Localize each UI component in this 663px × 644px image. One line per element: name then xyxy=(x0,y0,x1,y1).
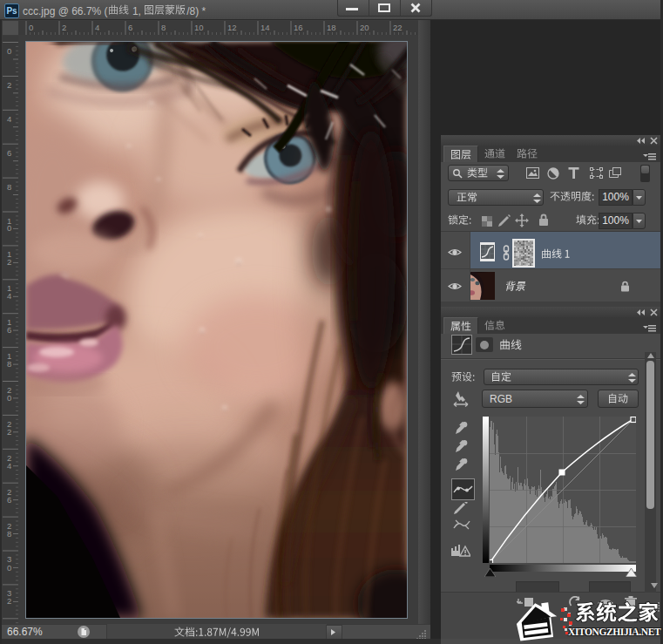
svg-text:8: 8 xyxy=(161,23,166,32)
svg-text:18: 18 xyxy=(327,23,336,32)
svg-text:2: 2 xyxy=(62,23,66,32)
svg-text:6: 6 xyxy=(128,23,132,32)
svg-text:6: 6 xyxy=(7,325,11,335)
svg-text:2: 2 xyxy=(7,257,11,267)
svg-text:12: 12 xyxy=(227,23,237,32)
svg-text:2: 2 xyxy=(7,596,11,606)
svg-text:4: 4 xyxy=(7,114,11,124)
svg-text:2: 2 xyxy=(7,427,11,437)
svg-text:8: 8 xyxy=(7,182,11,192)
svg-text:8: 8 xyxy=(7,359,11,369)
svg-text:0: 0 xyxy=(7,46,11,56)
svg-text:6: 6 xyxy=(7,148,11,158)
svg-text:22: 22 xyxy=(393,23,403,32)
svg-text:4: 4 xyxy=(7,461,11,471)
svg-text:0: 0 xyxy=(7,223,11,233)
svg-text:0: 0 xyxy=(29,23,33,32)
svg-text:14: 14 xyxy=(260,23,270,32)
svg-text:10: 10 xyxy=(194,23,204,32)
svg-text:0: 0 xyxy=(7,393,11,403)
svg-text:16: 16 xyxy=(294,23,303,32)
svg-text:2: 2 xyxy=(7,80,11,90)
svg-text:4: 4 xyxy=(95,23,99,32)
svg-text:6: 6 xyxy=(7,495,11,505)
svg-text:20: 20 xyxy=(360,23,369,32)
svg-text:0: 0 xyxy=(7,563,11,573)
svg-text:4: 4 xyxy=(7,291,11,301)
svg-text:8: 8 xyxy=(7,529,11,539)
